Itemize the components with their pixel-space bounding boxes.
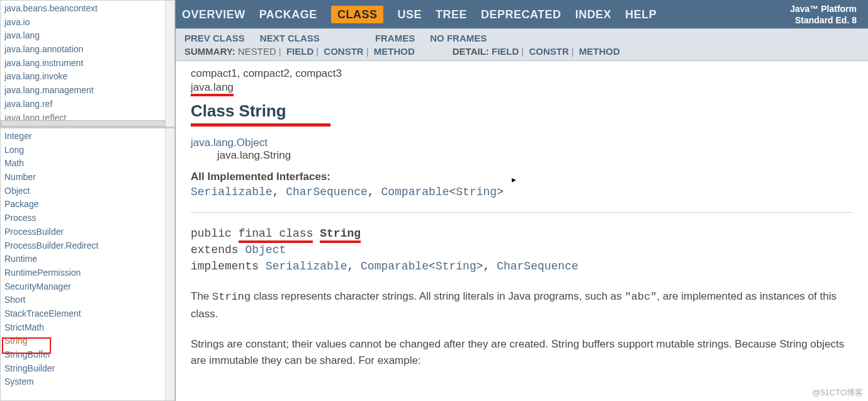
- nav-class[interactable]: CLASS: [331, 6, 384, 23]
- profiles-text: compact1, compact2, compact3: [191, 67, 853, 80]
- inheritance-tree: java.lang.Object java.lang.String: [191, 137, 853, 162]
- sig-serializable-link[interactable]: Serializable: [266, 260, 347, 273]
- detail-method-link[interactable]: METHOD: [579, 46, 620, 57]
- iface-comparable[interactable]: Comparable: [381, 186, 449, 198]
- package-link[interactable]: java.lang.reflect: [4, 111, 171, 125]
- iface-charsequence[interactable]: CharSequence: [286, 186, 368, 198]
- description-p2: Strings are constant; their values canno…: [191, 336, 853, 370]
- prev-class-link[interactable]: PREV CLASS: [184, 33, 245, 43]
- class-link[interactable]: Integer: [4, 130, 171, 144]
- interfaces-label: All Implemented Interfaces:: [191, 171, 853, 183]
- nav-overview[interactable]: OVERVIEW: [182, 8, 245, 21]
- superclass-link[interactable]: java.lang.Object: [191, 137, 268, 149]
- class-link[interactable]: Runtime: [4, 252, 171, 266]
- sig-object-link[interactable]: Object: [245, 244, 286, 256]
- package-link[interactable]: java.lang.management: [4, 84, 171, 98]
- iface-comparable-param[interactable]: String: [456, 186, 497, 198]
- class-link[interactable]: ProcessBuilder: [4, 225, 171, 239]
- class-link[interactable]: RuntimePermission: [4, 266, 171, 280]
- class-link[interactable]: Package: [4, 198, 171, 212]
- package-link[interactable]: java.io: [4, 16, 171, 30]
- nav-package[interactable]: PACKAGE: [259, 8, 317, 21]
- interfaces-list: Serializable, CharSequence, Comparable<S…: [191, 186, 853, 198]
- scrollbar[interactable]: [165, 1, 174, 127]
- iface-serializable[interactable]: Serializable: [191, 186, 273, 198]
- class-link[interactable]: StackTraceElement: [4, 307, 171, 321]
- nav-index[interactable]: INDEX: [575, 8, 612, 21]
- package-name: java.lang: [191, 81, 234, 96]
- summary-label: SUMMARY:: [184, 46, 235, 57]
- left-panel: java.beans.beancontextjava.iojava.langja…: [0, 0, 176, 401]
- detail-label: DETAIL:: [453, 46, 489, 57]
- frames-link[interactable]: FRAMES: [375, 33, 415, 43]
- class-link[interactable]: ProcessBuilder.Redirect: [4, 239, 171, 253]
- summary-field-link[interactable]: FIELD: [286, 46, 313, 57]
- class-link[interactable]: Short: [4, 293, 171, 307]
- sig-comparable-link[interactable]: Comparable: [361, 260, 429, 273]
- sig-comparable-param-link[interactable]: String: [436, 260, 476, 273]
- nav-deprecated[interactable]: DEPRECATED: [481, 8, 561, 21]
- cursor-icon: ▸: [512, 174, 516, 184]
- class-link[interactable]: StringBuffer: [4, 348, 171, 362]
- watermark: @51CTO博客: [812, 387, 863, 398]
- nav-tree[interactable]: TREE: [436, 8, 467, 21]
- description-p1: The String class represents character st…: [191, 288, 853, 322]
- summary-method-link[interactable]: METHOD: [374, 46, 415, 57]
- class-link[interactable]: Object: [4, 184, 171, 198]
- class-link[interactable]: StringBuilder: [4, 362, 171, 376]
- package-link[interactable]: java.beans.beancontext: [4, 2, 171, 16]
- class-link[interactable]: String: [4, 334, 171, 348]
- package-list-frame: java.beans.beancontextjava.iojava.langja…: [0, 0, 175, 128]
- nav-use[interactable]: USE: [397, 8, 422, 21]
- detail-constr-link[interactable]: CONSTR: [529, 46, 568, 57]
- nav-help[interactable]: HELP: [625, 8, 657, 21]
- class-link[interactable]: StrictMath: [4, 321, 171, 335]
- class-link[interactable]: Math: [4, 157, 171, 171]
- package-link[interactable]: java.lang: [4, 29, 171, 43]
- summary-constr-link[interactable]: CONSTR: [324, 46, 363, 57]
- summary-nested: NESTED: [238, 46, 276, 57]
- package-link[interactable]: java.lang.ref: [4, 98, 171, 111]
- platform-line1: Java™ Platform: [790, 4, 857, 15]
- class-list-frame: IntegerLongMathNumberObjectPackageProces…: [0, 128, 175, 401]
- top-nav: OVERVIEWPACKAGECLASSUSETREEDEPRECATEDIND…: [176, 0, 868, 28]
- sub-nav: PREV CLASS NEXT CLASS FRAMES NO FRAMES S…: [176, 28, 868, 61]
- platform-line2: Standard Ed. 8: [790, 15, 857, 26]
- content-frame: OVERVIEWPACKAGECLASSUSETREEDEPRECATEDIND…: [176, 0, 868, 401]
- class-link[interactable]: System: [4, 375, 171, 389]
- divider: [191, 212, 853, 213]
- package-link[interactable]: java.lang.annotation: [4, 43, 171, 57]
- next-class-link[interactable]: NEXT CLASS: [260, 33, 320, 43]
- class-link[interactable]: Long: [4, 144, 171, 157]
- class-title: Class String: [191, 101, 330, 127]
- class-signature: public final class String extends Object…: [191, 225, 853, 274]
- class-link[interactable]: Process: [4, 212, 171, 225]
- class-link[interactable]: SecurityManager: [4, 280, 171, 294]
- this-class: java.lang.String: [217, 149, 853, 162]
- class-doc: compact1, compact2, compact3 java.lang C…: [176, 61, 868, 401]
- sig-charsequence-link[interactable]: CharSequence: [497, 260, 578, 273]
- scrollbar[interactable]: [165, 128, 174, 400]
- platform-label: Java™ Platform Standard Ed. 8: [790, 4, 862, 26]
- noframes-link[interactable]: NO FRAMES: [430, 33, 487, 43]
- detail-field-link[interactable]: FIELD: [492, 46, 519, 57]
- class-link[interactable]: Number: [4, 171, 171, 184]
- package-link[interactable]: java.lang.invoke: [4, 70, 171, 84]
- package-link[interactable]: java.lang.instrument: [4, 57, 171, 71]
